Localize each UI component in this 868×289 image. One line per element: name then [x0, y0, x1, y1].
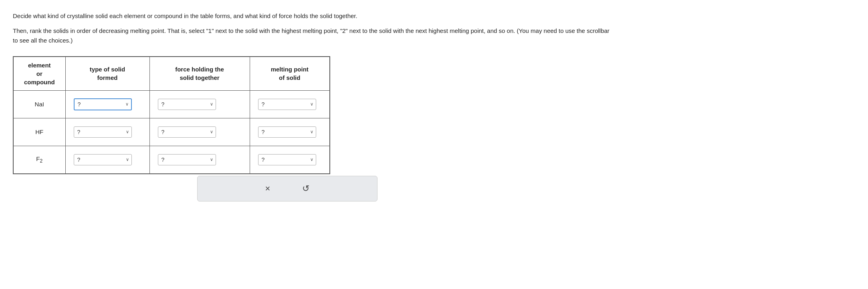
force-dropdown-HF[interactable]: ? ∨	[158, 126, 216, 138]
chevron-down-icon: ∨	[310, 102, 313, 107]
melting-dropdown-NaI[interactable]: ? ∨	[258, 99, 316, 110]
col-header-type: type of solidformed	[65, 57, 149, 91]
clear-button[interactable]: ×	[261, 182, 275, 195]
col-header-compound: elementorcompound	[13, 57, 65, 91]
reset-button[interactable]: ↺	[298, 182, 313, 195]
type-cell-NaI: ? ∨	[65, 90, 149, 118]
chevron-down-icon: ∨	[126, 157, 129, 162]
instructions-block: Decide what kind of crystalline solid ea…	[13, 11, 614, 45]
force-cell-HF: ? ∨	[149, 118, 250, 146]
melting-cell-NaI: ? ∨	[250, 90, 330, 118]
chevron-down-icon: ∨	[310, 129, 313, 134]
chevron-down-icon: ∨	[210, 157, 213, 162]
col-header-force: force holding thesolid together	[149, 57, 250, 91]
force-dropdown-F2[interactable]: ? ∨	[158, 154, 216, 165]
melting-cell-HF: ? ∨	[250, 118, 330, 146]
col-header-melting: melting pointof solid	[250, 57, 330, 91]
compound-cell-F2: F2	[13, 146, 65, 174]
chevron-down-icon: ∨	[210, 102, 213, 107]
instruction-line1: Decide what kind of crystalline solid ea…	[13, 11, 614, 20]
melting-dropdown-F2[interactable]: ? ∨	[258, 154, 316, 165]
melting-dropdown-HF[interactable]: ? ∨	[258, 126, 316, 138]
type-cell-F2: ? ∨	[65, 146, 149, 174]
melting-cell-F2: ? ∨	[250, 146, 330, 174]
chevron-down-icon: ∨	[310, 157, 313, 162]
type-dropdown-HF[interactable]: ? ∨	[74, 126, 132, 138]
table-row: F2 ? ∨ ? ∨	[13, 146, 330, 174]
force-cell-F2: ? ∨	[149, 146, 250, 174]
type-cell-HF: ? ∨	[65, 118, 149, 146]
compound-cell-HF: HF	[13, 118, 65, 146]
force-dropdown-NaI[interactable]: ? ∨	[158, 99, 216, 110]
instruction-line2: Then, rank the solids in order of decrea…	[13, 26, 614, 45]
chevron-down-icon: ∨	[210, 129, 213, 134]
chevron-down-icon: ∨	[126, 129, 129, 134]
table-row: NaI ? ∨ ? ∨	[13, 90, 330, 118]
compound-cell-NaI: NaI	[13, 90, 65, 118]
type-dropdown-F2[interactable]: ? ∨	[74, 154, 132, 165]
table-row: HF ? ∨ ? ∨	[13, 118, 330, 146]
type-dropdown-NaI[interactable]: ? ∨	[74, 98, 132, 110]
chevron-down-icon: ∨	[125, 102, 129, 107]
table-wrapper: elementorcompound type of solidformed fo…	[13, 56, 855, 174]
main-table: elementorcompound type of solidformed fo…	[13, 56, 330, 174]
force-cell-NaI: ? ∨	[149, 90, 250, 118]
table-header-row: elementorcompound type of solidformed fo…	[13, 57, 330, 91]
action-buttons-bar: × ↺	[197, 176, 377, 201]
